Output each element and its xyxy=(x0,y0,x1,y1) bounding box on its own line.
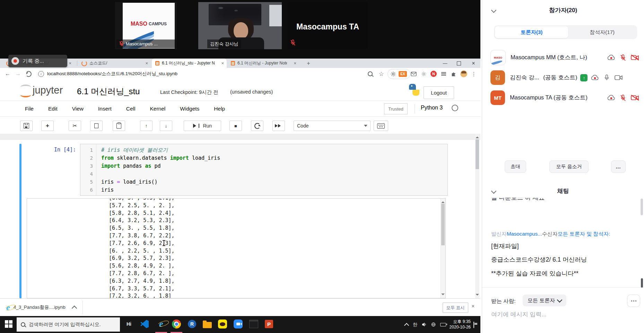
tray-expand-icon[interactable] xyxy=(404,323,409,327)
taskbar-search-box[interactable]: 검색하려면 여기에 입력하십시오. xyxy=(17,317,120,332)
n-extension-icon[interactable]: N xyxy=(429,70,438,78)
tab-close-icon[interactable]: × xyxy=(142,61,151,66)
jupyter-logo-icon[interactable] xyxy=(20,84,33,98)
taskbar-kakaotalk-icon[interactable] xyxy=(215,316,230,332)
taskbar-powerpoint-icon[interactable]: P xyxy=(262,316,276,332)
menu-view[interactable]: View xyxy=(72,106,84,112)
reading-list-icon[interactable] xyxy=(440,70,448,78)
forward-button[interactable]: → xyxy=(13,69,23,79)
command-palette-button[interactable] xyxy=(374,121,388,131)
invite-button[interactable]: 초대 xyxy=(505,160,526,173)
cut-cell-button[interactable]: ✂ xyxy=(69,121,81,131)
browser-tab-active[interactable]: 6.1 머신러닝_stu - Jupyter Note × xyxy=(152,59,227,68)
menu-help[interactable]: Help xyxy=(214,106,225,112)
run-cell-button[interactable]: Run xyxy=(184,121,221,131)
logout-button[interactable]: Logout xyxy=(424,86,454,99)
mail-extension-icon[interactable] xyxy=(409,70,418,78)
code-editor[interactable]: 1 2 3 4 5 6 # iris 데이타셋 불러오기 from sklear… xyxy=(80,144,448,196)
taskbar-chrome-icon[interactable] xyxy=(169,316,184,332)
send-to-dropdown[interactable]: 모든 토론자 xyxy=(523,295,566,306)
scroll-up-icon[interactable] xyxy=(441,200,445,203)
network-icon[interactable] xyxy=(431,322,436,327)
site-info-icon[interactable]: i xyxy=(38,71,44,77)
output-scrollbar[interactable] xyxy=(441,199,445,298)
window-maximize-button[interactable] xyxy=(452,59,466,68)
browser-menu-dots-icon[interactable]: ⋮ xyxy=(470,70,478,78)
tray-clock[interactable]: 오후 9:35 2020-10-26 xyxy=(444,319,471,330)
mic-off-icon[interactable] xyxy=(620,95,626,101)
sender-name[interactable]: Masocampus... xyxy=(507,231,542,237)
notebook-title[interactable]: 6.1 머신러닝_stu xyxy=(77,86,140,97)
chat-input-placeholder[interactable]: 여기에 메시지 입력... xyxy=(491,310,547,318)
paste-cell-button[interactable] xyxy=(113,121,125,131)
speaker-icon[interactable] xyxy=(422,322,427,327)
chat-scrollbar-thumb[interactable] xyxy=(641,278,643,288)
tab-attendees[interactable]: 참석자(17) xyxy=(568,26,636,38)
bookmark-star-icon[interactable]: ☆ xyxy=(377,70,385,78)
participants-more-button[interactable]: ... xyxy=(611,160,626,173)
taskbar-app-hi-icon[interactable]: Hi xyxy=(122,316,136,332)
taskbar-ie-icon[interactable]: e xyxy=(154,316,168,332)
gear-extension-icon[interactable] xyxy=(389,70,397,78)
save-button[interactable] xyxy=(20,121,33,131)
ex-extension-icon[interactable]: EX xyxy=(399,70,407,78)
menu-cell[interactable]: Cell xyxy=(126,106,136,112)
video-off-icon[interactable] xyxy=(631,95,639,101)
move-cell-up-button[interactable]: ↑ xyxy=(140,121,153,131)
url-text[interactable]: localhost:8888/notebooks/소스코드/6.1%20머신러닝… xyxy=(47,71,177,77)
back-button[interactable]: ← xyxy=(3,69,12,79)
browser-tab-4[interactable]: 6.1 머신러닝 - Jupyter Notebo × xyxy=(227,59,299,68)
menu-widgets[interactable]: Widgets xyxy=(180,106,199,112)
profile-avatar-icon[interactable] xyxy=(460,70,468,78)
tab-close-icon[interactable]: × xyxy=(218,61,227,66)
mic-off-icon[interactable] xyxy=(620,54,626,61)
restart-kernel-button[interactable] xyxy=(251,121,263,131)
receiver-name[interactable]: 모든 토론자 및 참석자: xyxy=(558,231,610,237)
new-tab-button[interactable]: + xyxy=(304,59,313,68)
menu-kernel[interactable]: Kernel xyxy=(150,106,166,112)
video-icon[interactable] xyxy=(615,75,623,81)
copy-cell-button[interactable] xyxy=(90,121,103,131)
taskbar-terminal-icon[interactable] xyxy=(246,316,261,332)
reload-button[interactable] xyxy=(24,69,33,79)
show-all-downloads-button[interactable]: 모두 표시 xyxy=(443,303,468,313)
chat-more-button[interactable] xyxy=(627,295,640,307)
video-off-icon[interactable] xyxy=(631,54,639,61)
gear2-extension-icon[interactable] xyxy=(419,70,428,78)
close-download-bar-icon[interactable]: × xyxy=(471,303,475,309)
add-cell-button[interactable]: + xyxy=(41,121,54,131)
recording-indicator[interactable]: 기록 중... xyxy=(8,55,67,67)
zoom-page-icon[interactable] xyxy=(366,70,374,78)
start-button[interactable] xyxy=(1,316,16,332)
browser-tab-2[interactable]: 소스코드/ × xyxy=(78,59,151,68)
scroll-down-icon[interactable] xyxy=(441,293,445,297)
participant-row[interactable]: MT Masocampus TA (공동 호스트) xyxy=(490,88,639,108)
ime-korean-indicator[interactable]: 한 xyxy=(413,322,417,328)
taskbar-folder-icon[interactable] xyxy=(200,316,215,332)
cell-output-area[interactable]: [6.8, 3. , 5.5, 2.1], [5.7, 2.5, 5. , 2.… xyxy=(27,198,446,298)
window-close-button[interactable]: × xyxy=(467,59,480,68)
jupyter-logo-text[interactable]: jupyter xyxy=(33,85,63,96)
action-center-icon[interactable] xyxy=(473,322,474,328)
chevron-up-icon[interactable] xyxy=(71,305,77,311)
scroll-up-icon[interactable] xyxy=(476,135,479,138)
scroll-down-icon[interactable] xyxy=(476,294,479,297)
taskbar-r-app-icon[interactable]: R xyxy=(185,316,199,332)
mic-icon[interactable] xyxy=(604,75,609,81)
menu-insert[interactable]: Insert xyxy=(98,106,112,112)
tab-close-icon[interactable]: × xyxy=(291,61,299,66)
participant-row[interactable]: 김 김진숙 강... (공동 호스트) ↑ xyxy=(490,68,639,88)
page-scrollbar[interactable] xyxy=(475,134,479,298)
panel-scrollbar-thumb[interactable] xyxy=(641,199,643,215)
scrollbar-thumb[interactable] xyxy=(441,204,445,245)
tab-discussants[interactable]: 토론자(3) xyxy=(495,26,568,38)
cell-type-select[interactable]: Code xyxy=(294,121,371,131)
restart-run-all-button[interactable] xyxy=(272,121,285,131)
trusted-button[interactable]: Trusted xyxy=(384,103,408,114)
window-minimize-button[interactable]: — xyxy=(438,59,452,68)
download-item[interactable]: e 4_3_Pandas활용....ipynb xyxy=(6,301,76,313)
taskbar-vscode-icon[interactable] xyxy=(137,316,152,332)
taskbar-zoom-icon[interactable] xyxy=(231,316,245,332)
participant-row[interactable]: MASO Masocampus MM (호스트, 나) xyxy=(490,47,639,68)
menu-file[interactable]: File xyxy=(25,106,34,112)
